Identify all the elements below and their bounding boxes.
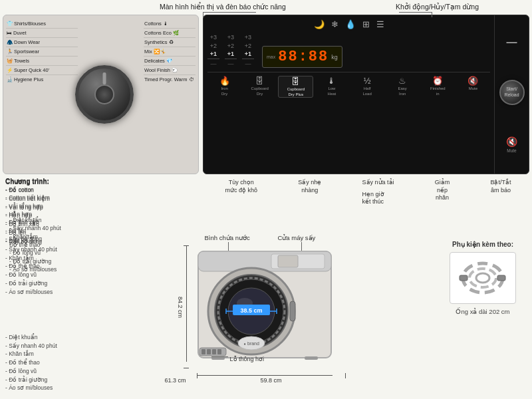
list-delicate: - Đồ tinh xảo bbox=[5, 220, 105, 229]
menu-icon[interactable]: ☰ bbox=[376, 19, 384, 29]
selector-val-1-2[interactable]: +2 bbox=[210, 42, 217, 51]
list-cotton: - Đồ cotton bbox=[5, 186, 105, 195]
prog-low-heat[interactable]: 🌡 LowHeat bbox=[315, 76, 348, 97]
program-hygiene[interactable]: 🔬Hygiene Plus bbox=[6, 75, 78, 84]
prog-list-sportswear: - Đồ thể thao bbox=[5, 262, 103, 271]
list-down: - Đồ lông vũ bbox=[5, 367, 105, 376]
segment-display: 88:88 bbox=[278, 49, 329, 65]
list-sport: - Đồ thể thao bbox=[5, 358, 105, 367]
depth-dimension: 61.3 cm bbox=[165, 377, 186, 384]
snowflake-icon[interactable]: ❄ bbox=[331, 19, 338, 29]
svg-rect-17 bbox=[207, 349, 211, 354]
selector-val-1-1[interactable]: +1 bbox=[210, 50, 217, 59]
prog-list-quick40-2: - Sấy nhanh 40 phút bbox=[5, 245, 103, 254]
list-sanitize: - Diệt khuẩn bbox=[5, 333, 105, 342]
selector-val-2-2[interactable]: +2 bbox=[227, 42, 234, 51]
prog-half-load[interactable]: ½ HalfLoad bbox=[350, 76, 384, 97]
list-blouses: - Áo sơ mi/blouses bbox=[5, 384, 105, 392]
list-bedding: - Đồ trải giường bbox=[5, 376, 105, 384]
selector-val-3-2[interactable]: +2 bbox=[245, 42, 251, 51]
program-delicates[interactable]: Delicates 💎 bbox=[144, 57, 196, 66]
program-down[interactable]: 🧥Down Wear bbox=[6, 38, 78, 47]
top-icon-row: 🌙 ❄ 💧 ⊞ ☰ bbox=[207, 19, 490, 29]
svg-rect-29 bbox=[460, 275, 467, 281]
selector-val-2-1[interactable]: +1 bbox=[227, 50, 234, 59]
program-mix[interactable]: Mix 🔀🤸 bbox=[144, 47, 196, 57]
program-towels[interactable]: 🧺Towels bbox=[6, 57, 78, 66]
selector-col-2: +3 +2 +1 — bbox=[225, 33, 237, 68]
grid-icon[interactable]: ⊞ bbox=[362, 19, 370, 29]
prog-list-blouses: - Áo sơ mi/blouses bbox=[5, 288, 103, 297]
minus-icon[interactable]: — bbox=[507, 37, 517, 49]
vent-label: Lỗ thông hơi bbox=[230, 356, 265, 362]
annotation-reduce-wrinkle: Giảmnếpnhăn bbox=[435, 179, 450, 202]
annotation-display: Màn hình hiển thị và đèn báo chức năng bbox=[160, 3, 286, 11]
program-sport[interactable]: 🏃Sportswear bbox=[6, 47, 78, 57]
start-reload-button[interactable]: Start/Reload bbox=[499, 80, 525, 105]
water-tank-label: Bình chứa nước bbox=[205, 234, 250, 241]
prog-mute[interactable]: 🔇 Mute bbox=[456, 76, 490, 97]
kg-label: kg bbox=[331, 54, 338, 61]
moon-icon[interactable]: 🌙 bbox=[314, 19, 325, 29]
annotation-dry-level: Tùy chọnmức độ khô bbox=[225, 179, 258, 194]
program-shirts[interactable]: 👕Shirts/Blouses bbox=[6, 19, 78, 29]
list-extra: - Sấy bổ sung bbox=[5, 237, 105, 246]
svg-point-27 bbox=[476, 273, 489, 283]
selector-col-3: +3 +2 +1 — bbox=[242, 33, 254, 68]
prog-cupboard-dry-plus[interactable]: 🗄 CupboardDry Plus bbox=[278, 76, 313, 97]
selector-val-3-3[interactable]: +3 bbox=[245, 33, 251, 42]
program-wool[interactable]: Wool Finish 🐑 bbox=[144, 66, 196, 75]
height-dimension: 84.2 cm bbox=[177, 296, 184, 317]
list-wool-prog: - Đồ len bbox=[5, 229, 105, 237]
list-mix: - Hỗn hợp bbox=[5, 211, 105, 220]
program-cottons-eco[interactable]: Cottons Eco 🌿 bbox=[144, 29, 196, 38]
list-towel: - Khăn tắm bbox=[5, 350, 105, 358]
program-dial[interactable] bbox=[75, 65, 134, 124]
prog-list-down: - Đồ lông vũ bbox=[5, 271, 103, 279]
program-cottons[interactable]: Cottons 🌡 bbox=[144, 19, 196, 29]
right-feature-annotations: Tùy chọnmức độ khô Sấy nhẹnhàng Sấy nửa … bbox=[207, 176, 529, 233]
list-cotton-eco: - Cotton tiết kiệm bbox=[5, 195, 105, 203]
selector-dash-1: — bbox=[207, 59, 219, 68]
list-synthetic: - Vải tổng hợp bbox=[5, 203, 105, 212]
program-quick[interactable]: ⚡Super Quick 40' bbox=[6, 66, 78, 75]
prog-list-towel-2: - Khăn tắm bbox=[5, 254, 103, 263]
left-control-panel: 👕Shirts/Blouses 🛏Duvet 🧥Down Wear 🏃Sport… bbox=[3, 15, 199, 174]
prog-easy-iron[interactable]: ♨ EasyIron bbox=[386, 76, 420, 97]
digital-display: max 88:88 kg bbox=[262, 46, 342, 68]
svg-rect-19 bbox=[217, 349, 221, 354]
prog-cupboard-dry[interactable]: 🗄 CupboardDry bbox=[243, 76, 277, 97]
prog-list-title: Chương trình: bbox=[5, 178, 105, 186]
svg-point-26 bbox=[469, 269, 496, 287]
program-duvet[interactable]: 🛏Duvet bbox=[6, 29, 78, 38]
list-quick: - Sấy nhanh 40 phút bbox=[5, 342, 105, 350]
prog-iron-dry[interactable]: 🔥 IronDry bbox=[207, 76, 241, 97]
right-control-panel: 🌙 ❄ 💧 ⊞ ☰ +3 +2 +1 — +3 +2 +1 bbox=[203, 15, 529, 174]
annotation-finish-time: Hẹn giờkết thúc bbox=[362, 191, 394, 206]
width-dimension: 59.8 cm bbox=[260, 377, 281, 384]
program-synthetics[interactable]: Synthetics ♻ bbox=[144, 38, 196, 47]
annotation-gentle-dry: Sấy nhẹnhàng bbox=[298, 179, 321, 194]
annotation-start: Khởi động/Hủy/Tạm dừng bbox=[396, 3, 479, 11]
svg-rect-16 bbox=[201, 349, 205, 354]
selector-val-1-3[interactable]: +3 bbox=[210, 33, 217, 42]
drop-icon[interactable]: 💧 bbox=[345, 19, 356, 29]
svg-text:38.5 cm: 38.5 cm bbox=[240, 307, 262, 314]
prog-finished-in[interactable]: ⏰ Finishedin bbox=[421, 76, 455, 97]
program-timed[interactable]: Timed Progr. Warm ⏱ bbox=[144, 75, 196, 84]
svg-rect-18 bbox=[212, 349, 216, 354]
dryer-illustration: 38.5 cm ⬧ brand bbox=[192, 245, 338, 364]
mute-icon: 🔇 bbox=[506, 136, 517, 147]
door-label: Cửa máy sấy bbox=[278, 234, 316, 241]
selector-val-3-1[interactable]: +1 bbox=[245, 50, 251, 59]
svg-rect-22 bbox=[305, 356, 318, 360]
selector-dash-2: — bbox=[225, 59, 237, 68]
selector-col-1: +3 +2 +1 — bbox=[207, 33, 219, 68]
max-label: max bbox=[267, 55, 275, 59]
svg-rect-3 bbox=[278, 255, 298, 267]
accessory-image bbox=[450, 252, 516, 304]
selector-val-2-3[interactable]: +3 bbox=[227, 33, 234, 42]
annotation-half-load: Sấy nửa tải bbox=[362, 179, 394, 187]
selector-dash-3: — bbox=[242, 59, 254, 68]
mute-button[interactable]: 🔇 Mute bbox=[506, 136, 517, 153]
